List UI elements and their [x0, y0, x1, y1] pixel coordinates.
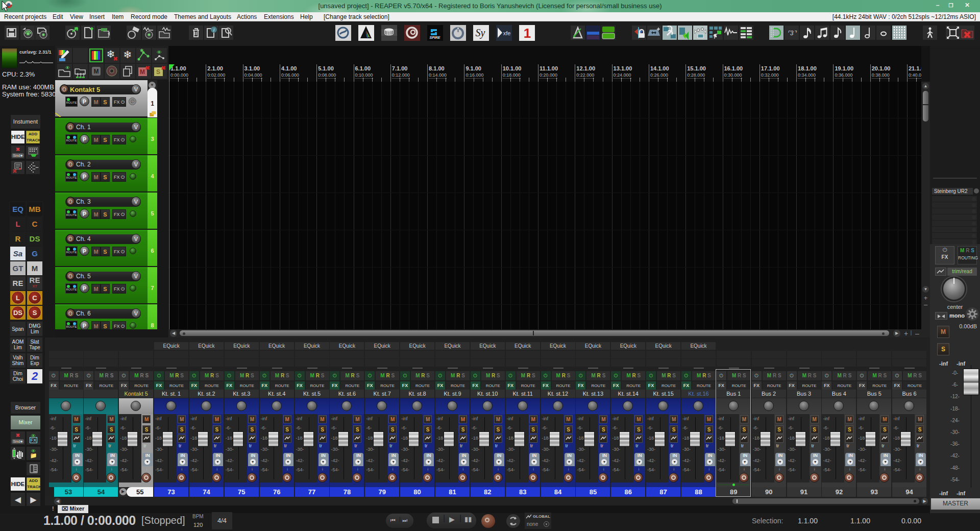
svg-text:1: 1: [524, 26, 531, 41]
svg-text:✖: ✖: [113, 56, 117, 62]
svg-text:✱: ✱: [140, 48, 144, 53]
svg-text:M: M: [94, 68, 99, 75]
svg-text:xfe: xfe: [503, 30, 511, 36]
svg-text:✖: ✖: [145, 65, 150, 71]
svg-text:👁: 👁: [157, 50, 162, 55]
svg-text:SPIRE: SPIRE: [429, 36, 440, 39]
svg-text:M: M: [140, 68, 145, 76]
svg-text:✖: ✖: [161, 65, 165, 71]
svg-text:❄: ❄: [124, 49, 132, 60]
svg-text:👁: 👁: [65, 65, 70, 70]
svg-text:⌜3⌝: ⌜3⌝: [787, 30, 797, 37]
svg-text:S: S: [156, 68, 160, 76]
svg-text:Sy: Sy: [476, 27, 485, 39]
